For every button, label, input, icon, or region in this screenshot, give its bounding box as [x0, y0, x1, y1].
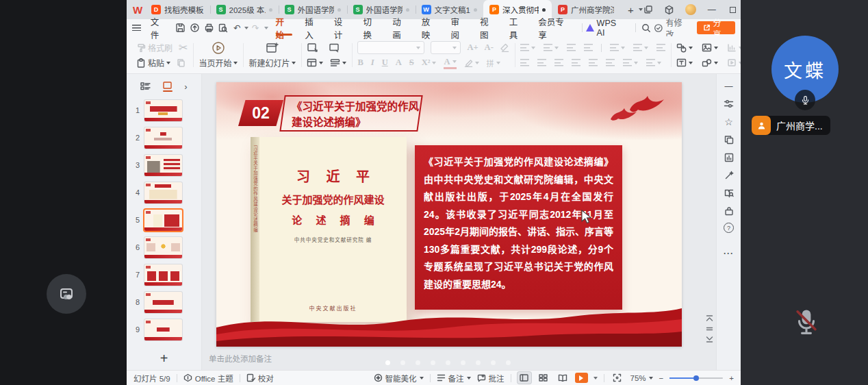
slide-sorter-view-button[interactable]	[537, 372, 550, 384]
tab-sheet-2025[interactable]: S2025级 本...	[210, 0, 279, 19]
menu-file[interactable]: 文件	[144, 19, 174, 36]
clear-format-button[interactable]	[500, 43, 509, 52]
play-from-current-button[interactable]	[212, 41, 225, 55]
menu-home[interactable]: 开始	[270, 19, 299, 36]
nav-dot[interactable]	[506, 360, 511, 365]
slideshow-caret-icon[interactable]	[593, 377, 598, 380]
menu-view[interactable]: 视图	[474, 19, 503, 36]
participant-pill[interactable]: 广州商学...	[752, 116, 830, 135]
slide-size-button[interactable]	[329, 42, 340, 53]
zoom-slider-knob[interactable]	[693, 375, 699, 381]
meeting-widget-button[interactable]	[47, 274, 86, 314]
slide-thumbnail-9[interactable]	[144, 319, 182, 340]
phonetic-guide-button[interactable]: 拼	[487, 58, 500, 69]
cut-button[interactable]: ✂	[179, 41, 188, 54]
text-align-vertical-button[interactable]	[646, 59, 661, 66]
font-color-button[interactable]: A	[444, 57, 456, 69]
new-slide-button[interactable]	[265, 41, 280, 55]
hamburger-icon[interactable]	[132, 25, 141, 31]
copy-button[interactable]	[177, 58, 186, 67]
section-caret-icon[interactable]	[342, 62, 346, 64]
tab-close-dot[interactable]	[406, 8, 409, 12]
slide-thumbnail-2[interactable]	[144, 127, 182, 149]
theme-button[interactable]: Office 主题	[183, 373, 233, 384]
bullets-button[interactable]	[520, 44, 535, 51]
account-avatar[interactable]	[685, 4, 696, 15]
nav-dot[interactable]	[491, 360, 496, 365]
more-tools-icon[interactable]: ···	[724, 247, 734, 259]
underline-button[interactable]: U	[382, 58, 388, 68]
new-slide-label-button[interactable]: 新建幻灯片	[248, 57, 296, 69]
menu-tools[interactable]: 工具	[503, 19, 533, 36]
tab-close-dot[interactable]	[337, 8, 341, 12]
layout-caret-icon[interactable]	[319, 62, 323, 64]
current-slide[interactable]: 02 《习近平关于加强党的作风 建设论述摘编》 习近平关于加强党的作风建设论述摘…	[216, 82, 682, 347]
normal-view-button[interactable]	[518, 372, 531, 384]
new-tab-button[interactable]: +	[626, 4, 636, 16]
play-current-label-button[interactable]: 当页开始	[199, 57, 238, 69]
muted-mic-icon[interactable]	[793, 308, 820, 340]
menu-animation[interactable]: 动画	[386, 19, 416, 36]
shapes-button[interactable]	[702, 58, 718, 67]
text-direction-button[interactable]	[656, 44, 665, 51]
textbox-caret-icon[interactable]	[689, 62, 693, 64]
distribute-button[interactable]	[589, 59, 598, 66]
slide-jump-button[interactable]	[706, 327, 713, 331]
slide-thumbnail-5[interactable]	[144, 210, 182, 231]
slideshow-play-button[interactable]	[575, 373, 588, 383]
notes-button[interactable]: 备注	[437, 373, 471, 384]
fit-slide-button[interactable]	[611, 372, 624, 384]
slide-thumbnail-3[interactable]	[144, 155, 182, 176]
nav-dot[interactable]	[461, 360, 465, 365]
undo-icon[interactable]: ↶	[230, 21, 244, 35]
zoom-in-button[interactable]: +	[729, 374, 734, 382]
paste-caret-icon[interactable]	[166, 62, 170, 64]
help-icon[interactable]: ?	[724, 223, 734, 233]
section-button[interactable]	[330, 58, 346, 67]
reading-view-button[interactable]	[556, 372, 570, 384]
duplicate-slide-icon[interactable]	[724, 134, 734, 145]
italic-button[interactable]: I	[371, 58, 374, 68]
editing-canvas[interactable]: 02 《习近平关于加强党的作风 建设论述摘编》 习近平关于加强党的作风建设论述摘…	[202, 74, 716, 370]
align-center-button[interactable]	[537, 59, 546, 66]
zoom-level[interactable]: 75%	[630, 374, 653, 382]
line-spacing-button[interactable]	[606, 59, 615, 66]
format-painter-button[interactable]: 格式刷	[136, 42, 173, 53]
nav-dot[interactable]	[416, 360, 420, 365]
beautify-wand-icon[interactable]	[724, 169, 734, 181]
maximize-button[interactable]	[728, 4, 739, 15]
picture-caret-icon[interactable]	[714, 47, 718, 49]
share-button[interactable]: 分享	[697, 21, 735, 34]
thumbnail-view-icon[interactable]	[162, 82, 173, 92]
favorites-icon[interactable]: ☆	[724, 116, 733, 127]
align-right-button[interactable]	[554, 59, 563, 66]
add-slide-button[interactable]: +	[160, 351, 168, 365]
print-preview-icon[interactable]	[216, 21, 231, 35]
zoom-out-button[interactable]: −	[659, 374, 664, 382]
numbering-button[interactable]	[544, 44, 559, 51]
multi-window-icon[interactable]	[643, 4, 654, 15]
slide-thumbnail-8[interactable]	[144, 292, 182, 313]
skin-icon[interactable]	[664, 4, 675, 15]
play-caret-icon[interactable]	[233, 62, 238, 64]
smartart-caret-icon[interactable]	[689, 47, 693, 49]
print-icon[interactable]	[202, 21, 216, 35]
decrease-font-button[interactable]: A-	[485, 42, 494, 53]
menu-transition[interactable]: 切换	[357, 19, 387, 36]
highlight-button[interactable]	[464, 59, 479, 67]
slide-thumbnail-4[interactable]	[144, 182, 182, 203]
next-slide-button[interactable]	[706, 336, 713, 343]
minimize-button[interactable]: —	[706, 4, 717, 15]
text-effects-button[interactable]	[610, 44, 625, 51]
menu-wps-ai[interactable]: WPS AI	[597, 19, 632, 36]
tab-close-dot[interactable]	[474, 8, 477, 12]
sort-text-button[interactable]	[633, 44, 648, 51]
char-shading-button[interactable]: A	[396, 58, 402, 68]
collapse-panel-icon[interactable]: ›	[184, 82, 187, 92]
increase-indent-button[interactable]	[584, 44, 593, 51]
slide-thumbnail-7[interactable]	[144, 264, 182, 286]
quickbar-caret-icon[interactable]	[264, 27, 268, 29]
wps-logo[interactable]: W	[130, 2, 145, 17]
slide-body-textbox[interactable]: 《习近平关于加强党的作风建设论述摘编》由中共中央党史和文献研究院编辑，中央文献出…	[415, 145, 622, 310]
beautify-button[interactable]: 智能美化	[374, 373, 424, 384]
